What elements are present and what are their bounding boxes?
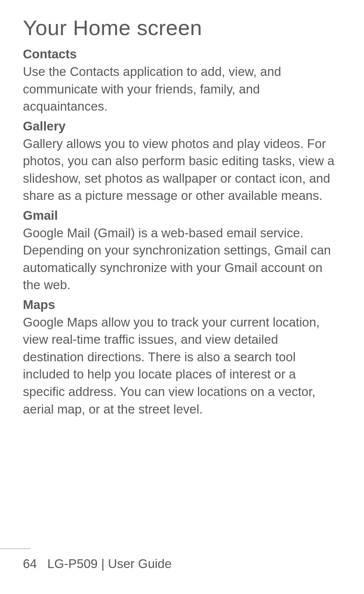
doc-label: LG-P509 | User Guide	[47, 557, 172, 571]
page-footer: 64 LG-P509 | User Guide	[0, 549, 364, 571]
page-title: Your Home screen	[23, 15, 341, 40]
section-body: Gallery allows you to view photos and pl…	[23, 135, 341, 204]
section-body: Google Maps allow you to track your curr…	[23, 314, 341, 418]
footer-rule	[0, 549, 31, 549]
section-heading: Gallery	[23, 119, 341, 134]
section-body: Use the Contacts application to add, vie…	[23, 63, 341, 115]
section-heading: Maps	[23, 298, 341, 312]
page-number: 64	[23, 557, 37, 571]
section-contacts: Contacts Use the Contacts application to…	[23, 47, 341, 115]
manual-page: Your Home screen Contacts Use the Contac…	[0, 0, 364, 594]
footer-text: 64 LG-P509 | User Guide	[0, 557, 364, 571]
section-heading: Gmail	[23, 208, 341, 223]
section-gallery: Gallery Gallery allows you to view photo…	[23, 119, 341, 204]
section-maps: Maps Google Maps allow you to track your…	[23, 298, 341, 418]
section-heading: Contacts	[23, 47, 341, 61]
section-gmail: Gmail Google Mail (Gmail) is a web-based…	[23, 208, 341, 294]
section-body: Google Mail (Gmail) is a web-based email…	[23, 224, 341, 294]
